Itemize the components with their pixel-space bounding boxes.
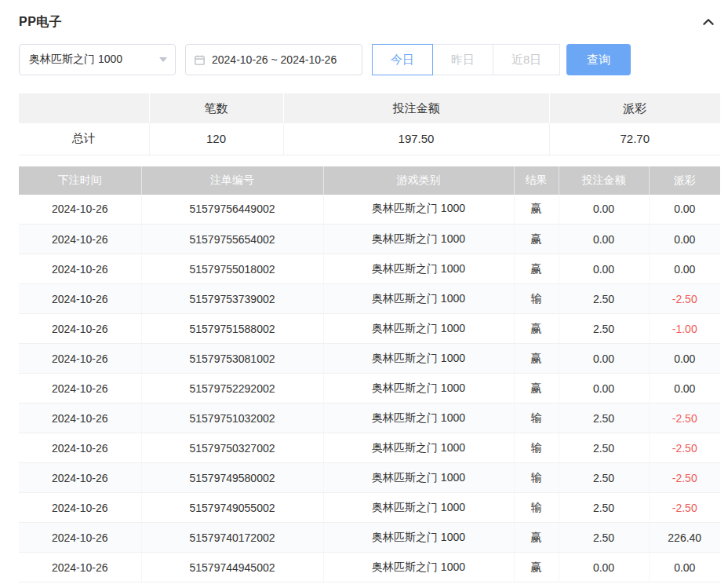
cell-game: 奥林匹斯之门 1000 xyxy=(323,433,514,463)
cell-bet-time: 2024-10-26 xyxy=(19,523,141,553)
cell-order-id: 51579751588002 xyxy=(141,314,323,344)
cell-result: 输 xyxy=(514,404,559,433)
summary-header-row: 笔数 投注金额 派彩 xyxy=(19,93,720,123)
cell-game: 奥林匹斯之门 1000 xyxy=(323,493,514,523)
cell-bet-time: 2024-10-26 xyxy=(19,433,141,463)
cell-order-id: 51579740172002 xyxy=(141,523,323,553)
table-row: 2024-10-26 51579752292002 奥林匹斯之门 1000 赢 … xyxy=(19,374,720,404)
cell-payout: 226.40 xyxy=(649,523,720,553)
cell-bet-time: 2024-10-26 xyxy=(19,404,141,433)
cell-payout: 0.00 xyxy=(649,553,720,583)
quick-filter-group: 今日 昨日 近8日 xyxy=(372,44,560,75)
cell-game: 奥林匹斯之门 1000 xyxy=(323,404,514,433)
cell-bet-amount: 0.00 xyxy=(559,225,649,254)
panel-header: PP电子 xyxy=(0,0,728,31)
cell-result: 输 xyxy=(514,463,559,493)
cell-payout: -2.50 xyxy=(649,463,720,493)
cell-game: 奥林匹斯之门 1000 xyxy=(323,374,514,404)
cell-order-id: 51579750327002 xyxy=(141,433,323,463)
cell-bet-amount: 0.00 xyxy=(559,195,649,225)
summary-total-count: 120 xyxy=(149,123,283,155)
cell-bet-amount: 2.50 xyxy=(559,284,649,314)
cell-game: 奥林匹斯之门 1000 xyxy=(323,254,514,284)
cell-bet-amount: 2.50 xyxy=(559,523,649,553)
cell-order-id: 51579753739002 xyxy=(141,284,323,314)
table-row: 2024-10-26 51579744945002 奥林匹斯之门 1000 赢 … xyxy=(19,553,720,583)
cell-payout: 0.00 xyxy=(649,374,720,404)
calendar-icon xyxy=(194,54,206,66)
cell-bet-time: 2024-10-26 xyxy=(19,284,141,314)
query-button[interactable]: 查询 xyxy=(566,44,631,75)
table-row: 2024-10-26 51579756449002 奥林匹斯之门 1000 赢 … xyxy=(19,195,720,225)
cell-result: 赢 xyxy=(514,344,559,374)
cell-order-id: 51579749580002 xyxy=(141,463,323,493)
date-range-value: 2024-10-26 ~ 2024-10-26 xyxy=(212,53,337,66)
cell-payout: 0.00 xyxy=(649,195,720,225)
table-row: 2024-10-26 51579753081002 奥林匹斯之门 1000 赢 … xyxy=(19,344,720,374)
summary-total-label: 总计 xyxy=(19,123,149,155)
filter-bar: 奥林匹斯之门 1000 2024-10-26 ~ 2024-10-26 今日 昨… xyxy=(19,44,720,75)
bets-table-body: 2024-10-26 51579756449002 奥林匹斯之门 1000 赢 … xyxy=(19,195,720,583)
cell-order-id: 51579752292002 xyxy=(141,374,323,404)
summary-col-payout: 派彩 xyxy=(549,93,720,123)
cell-order-id: 51579756449002 xyxy=(141,195,323,225)
cell-bet-time: 2024-10-26 xyxy=(19,225,141,254)
col-game: 游戏类别 xyxy=(323,166,514,195)
cell-payout: -2.50 xyxy=(649,493,720,523)
cell-bet-amount: 2.50 xyxy=(559,493,649,523)
cell-payout: 0.00 xyxy=(649,344,720,374)
cell-result: 赢 xyxy=(514,523,559,553)
cell-result: 输 xyxy=(514,284,559,314)
bets-table: 下注时间 注单编号 游戏类别 结果 投注金额 派彩 2024-10-26 515… xyxy=(19,166,720,583)
cell-bet-time: 2024-10-26 xyxy=(19,344,141,374)
cell-result: 赢 xyxy=(514,225,559,254)
cell-bet-amount: 2.50 xyxy=(559,463,649,493)
cell-game: 奥林匹斯之门 1000 xyxy=(323,284,514,314)
cell-payout: -1.00 xyxy=(649,314,720,344)
table-row: 2024-10-26 51579749580002 奥林匹斯之门 1000 输 … xyxy=(19,463,720,493)
game-select-value: 奥林匹斯之门 1000 xyxy=(29,53,122,67)
caret-down-icon xyxy=(159,57,167,62)
cell-bet-time: 2024-10-26 xyxy=(19,553,141,583)
table-row: 2024-10-26 51579740172002 奥林匹斯之门 1000 赢 … xyxy=(19,523,720,553)
date-range-picker[interactable]: 2024-10-26 ~ 2024-10-26 xyxy=(185,44,362,75)
cell-result: 赢 xyxy=(514,195,559,225)
collapse-chevron-up-icon[interactable] xyxy=(700,13,717,31)
cell-game: 奥林匹斯之门 1000 xyxy=(323,523,514,553)
cell-game: 奥林匹斯之门 1000 xyxy=(323,344,514,374)
summary-col-count: 笔数 xyxy=(149,93,283,123)
panel-title: PP电子 xyxy=(19,14,62,31)
cell-order-id: 51579753081002 xyxy=(141,344,323,374)
summary-total-bet: 197.50 xyxy=(283,123,549,155)
cell-order-id: 51579744945002 xyxy=(141,553,323,583)
summary-total-row: 总计 120 197.50 72.70 xyxy=(19,123,720,155)
cell-order-id: 51579755018002 xyxy=(141,254,323,284)
table-row: 2024-10-26 51579753739002 奥林匹斯之门 1000 输 … xyxy=(19,284,720,314)
cell-bet-amount: 2.50 xyxy=(559,433,649,463)
game-select[interactable]: 奥林匹斯之门 1000 xyxy=(19,44,176,75)
table-row: 2024-10-26 51579750327002 奥林匹斯之门 1000 输 … xyxy=(19,433,720,463)
cell-result: 赢 xyxy=(514,374,559,404)
cell-result: 输 xyxy=(514,433,559,463)
cell-bet-amount: 0.00 xyxy=(559,374,649,404)
quick-filter-button[interactable]: 昨日 xyxy=(432,44,493,75)
cell-payout: 0.00 xyxy=(649,254,720,284)
cell-bet-amount: 0.00 xyxy=(559,553,649,583)
quick-filter-button[interactable]: 今日 xyxy=(372,44,433,75)
summary-col-bet: 投注金额 xyxy=(283,93,549,123)
cell-game: 奥林匹斯之门 1000 xyxy=(323,314,514,344)
quick-filter-button[interactable]: 近8日 xyxy=(493,44,560,75)
col-result: 结果 xyxy=(514,166,559,195)
table-row: 2024-10-26 51579755654002 奥林匹斯之门 1000 赢 … xyxy=(19,225,720,254)
cell-payout: 0.00 xyxy=(649,225,720,254)
cell-payout: -2.50 xyxy=(649,433,720,463)
cell-order-id: 51579751032002 xyxy=(141,404,323,433)
cell-bet-time: 2024-10-26 xyxy=(19,314,141,344)
cell-bet-time: 2024-10-26 xyxy=(19,195,141,225)
col-order-id: 注单编号 xyxy=(141,166,323,195)
table-row: 2024-10-26 51579751032002 奥林匹斯之门 1000 输 … xyxy=(19,404,720,433)
cell-payout: -2.50 xyxy=(649,284,720,314)
cell-bet-amount: 2.50 xyxy=(559,404,649,433)
cell-result: 赢 xyxy=(514,314,559,344)
cell-order-id: 51579755654002 xyxy=(141,225,323,254)
